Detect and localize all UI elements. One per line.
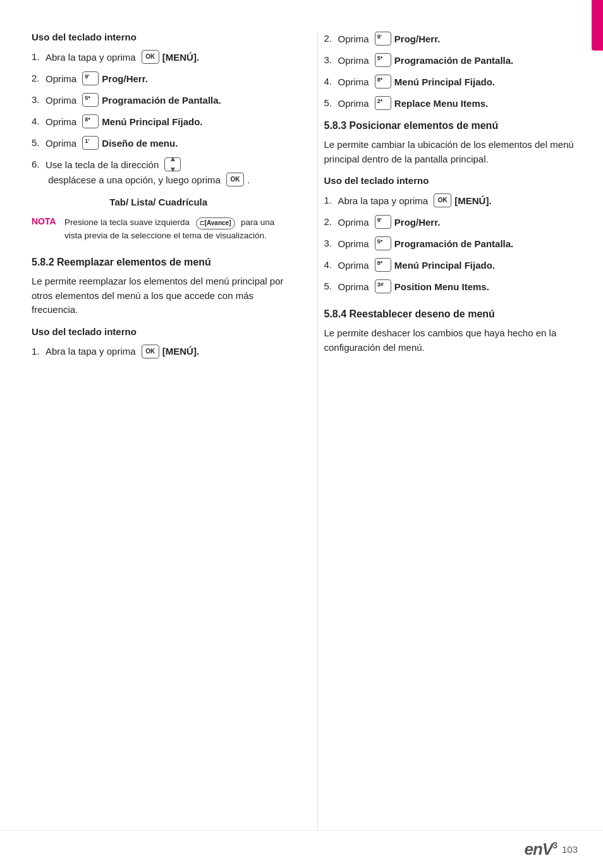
right-step-2: 2. Oprima 9' Prog/Herr. <box>324 32 578 46</box>
step-num-6: 6. <box>32 157 46 171</box>
tab-lista-title: Tab/ Lista/ Cuadrícula <box>32 197 286 207</box>
page: Uso del teclado interno 1. Abra la tapa … <box>0 0 603 868</box>
ok-icon-583: OK <box>434 193 451 207</box>
uso-582: Uso del teclado interno <box>32 326 286 337</box>
step-5: 5. Oprima 1' Diseño de menu. <box>32 136 286 150</box>
key-9-1: 9' <box>82 71 99 85</box>
step-content-4: Oprima 8* Menú Principal Fijado. <box>46 114 203 128</box>
step-num-583-2: 2. <box>324 215 338 228</box>
steps-582: 1. Abra la tapa y oprima OK [MENÚ]. <box>32 345 286 358</box>
step-content-583-3: Oprima 5* Programación de Pantalla. <box>338 236 514 250</box>
heading-583: 5.8.3 Posicionar elementos de menú <box>324 120 578 131</box>
key-3-583: 3# <box>375 279 391 293</box>
left-heading: Uso del teclado interno <box>32 32 286 42</box>
nota-label: NOTA <box>32 216 58 241</box>
right-column: 2. Oprima 9' Prog/Herr. 3. Oprima <box>317 32 578 830</box>
right-step-num-3: 3. <box>324 53 338 66</box>
footer: enV3 103 <box>0 830 603 868</box>
step-4: 4. Oprima 8* Menú Principal Fijado. <box>32 114 286 128</box>
section-582: 5.8.2 Reemplazar elementos de menú Le pe… <box>32 257 286 358</box>
step-content-5: Oprima 1' Diseño de menu. <box>46 136 178 150</box>
section-584: 5.8.4 Reestablecer deseno de menú Le per… <box>324 309 578 355</box>
step-num-2: 2. <box>32 71 46 85</box>
step-menu-1: [MENÚ]. <box>162 51 199 64</box>
step-content-583-5: Oprima 3# Position Menu Items. <box>338 279 489 293</box>
step-583-2: 2. Oprima 9' Prog/Herr. <box>324 215 578 229</box>
step-num-583-3: 3. <box>324 236 338 250</box>
step-num-583-5: 5. <box>324 279 338 293</box>
step-content-583-2: Oprima 9' Prog/Herr. <box>338 215 441 229</box>
step-num-1: 1. <box>32 50 46 63</box>
key-1-1: 1' <box>82 136 99 150</box>
key-5-1: 5* <box>82 93 99 107</box>
step-content-583-1: Abra la tapa y oprima OK [MENÚ]. <box>338 193 492 207</box>
avance-icon: ⊏ [Avance] <box>196 217 235 229</box>
key-8-1: 8* <box>82 114 99 128</box>
footer-logo: enV3 <box>524 840 556 859</box>
key-5-r1: 5* <box>375 53 391 67</box>
key-5-583: 5* <box>375 236 391 250</box>
desc-584: Le permite deshacer los cambios que haya… <box>324 326 578 355</box>
key-8-583: 8* <box>375 258 391 272</box>
logo-superscript: 3 <box>552 840 557 850</box>
right-step-num-5: 5. <box>324 96 338 109</box>
step-583-5: 5. Oprima 3# Position Menu Items. <box>324 279 578 293</box>
step-content-1: Abra la tapa y oprima OK [MENÚ]. <box>46 50 199 64</box>
ok-icon-2: OK <box>226 173 244 186</box>
step-num-4: 4. <box>32 114 46 128</box>
step-2: 2. Oprima 9' Prog/Herr. <box>32 71 286 85</box>
right-steps-cont: 2. Oprima 9' Prog/Herr. 3. Oprima <box>324 32 578 110</box>
step-num-5: 5. <box>32 136 46 149</box>
step-6: 6. Use la tecla de la dirección ▲▼ despl… <box>32 157 286 186</box>
steps-583: 1. Abra la tapa y oprima OK [MENÚ]. 2. O… <box>324 193 578 293</box>
desc-583: Le permite cambiar la ubicación de los e… <box>324 138 578 166</box>
step-583-4: 4. Oprima 8* Menú Principal Fijado. <box>324 258 578 272</box>
pink-tab <box>592 0 603 51</box>
right-step-content-5: Oprima 2* Replace Menu Items. <box>338 96 489 110</box>
right-step-4: 4. Oprima 8* Menú Principal Fijado. <box>324 75 578 89</box>
key-9-583: 9' <box>375 215 391 229</box>
section-583: 5.8.3 Posicionar elementos de menú Le pe… <box>324 120 578 293</box>
step-582-1: 1. Abra la tapa y oprima OK [MENÚ]. <box>32 345 286 358</box>
step-583-1: 1. Abra la tapa y oprima OK [MENÚ]. <box>324 193 578 207</box>
right-step-content-4: Oprima 8* Menú Principal Fijado. <box>338 75 496 89</box>
right-step-num-2: 2. <box>324 32 338 45</box>
footer-page-number: 103 <box>562 844 578 855</box>
logo-env: enV <box>524 840 552 859</box>
nota-block: NOTA Presione la tecla suave izquierda ⊏… <box>32 216 286 241</box>
nota-text: Presione la tecla suave izquierda ⊏ [Ava… <box>64 216 286 241</box>
key-2-r1: 2* <box>375 96 391 110</box>
step-content-583-4: Oprima 8* Menú Principal Fijado. <box>338 258 496 272</box>
step-1: 1. Abra la tapa y oprima OK [MENÚ]. <box>32 50 286 64</box>
content: Uso del teclado interno 1. Abra la tapa … <box>0 0 603 868</box>
uso-583: Uso del teclado interno <box>324 175 578 186</box>
ok-icon-1: OK <box>142 50 159 64</box>
right-step-num-4: 4. <box>324 75 338 88</box>
right-step-content-3: Oprima 5* Programación de Pantalla. <box>338 53 514 67</box>
step-num-583-4: 4. <box>324 258 338 271</box>
desc-582: Le permite reemplazar los elementos del … <box>32 274 286 317</box>
key-9-r1: 9' <box>375 32 391 46</box>
step-num-582-1: 1. <box>32 345 46 358</box>
left-steps: 1. Abra la tapa y oprima OK [MENÚ]. 2. O… <box>32 50 286 186</box>
heading-584: 5.8.4 Reestablecer deseno de menú <box>324 309 578 320</box>
step-num-3: 3. <box>32 93 46 106</box>
right-step-5: 5. Oprima 2* Replace Menu Items. <box>324 96 578 110</box>
step-content-6: Use la tecla de la dirección ▲▼ despláce… <box>46 157 286 186</box>
right-step-content-2: Oprima 9' Prog/Herr. <box>338 32 441 46</box>
step-content-582-1: Abra la tapa y oprima OK [MENÚ]. <box>46 345 199 358</box>
step-content-3: Oprima 5* Programación de Pantalla. <box>46 93 221 107</box>
step-3: 3. Oprima 5* Programación de Pantalla. <box>32 93 286 107</box>
step-num-583-1: 1. <box>324 193 338 207</box>
key-8-r1: 8* <box>375 75 391 89</box>
heading-582: 5.8.2 Reemplazar elementos de menú <box>32 257 286 268</box>
step-content-2: Oprima 9' Prog/Herr. <box>46 71 148 85</box>
step-583-3: 3. Oprima 5* Programación de Pantalla. <box>324 236 578 250</box>
ok-icon-582: OK <box>142 345 159 358</box>
right-step-3: 3. Oprima 5* Programación de Pantalla. <box>324 53 578 67</box>
dir-icon: ▲▼ <box>164 157 181 171</box>
left-column: Uso del teclado interno 1. Abra la tapa … <box>32 32 298 830</box>
